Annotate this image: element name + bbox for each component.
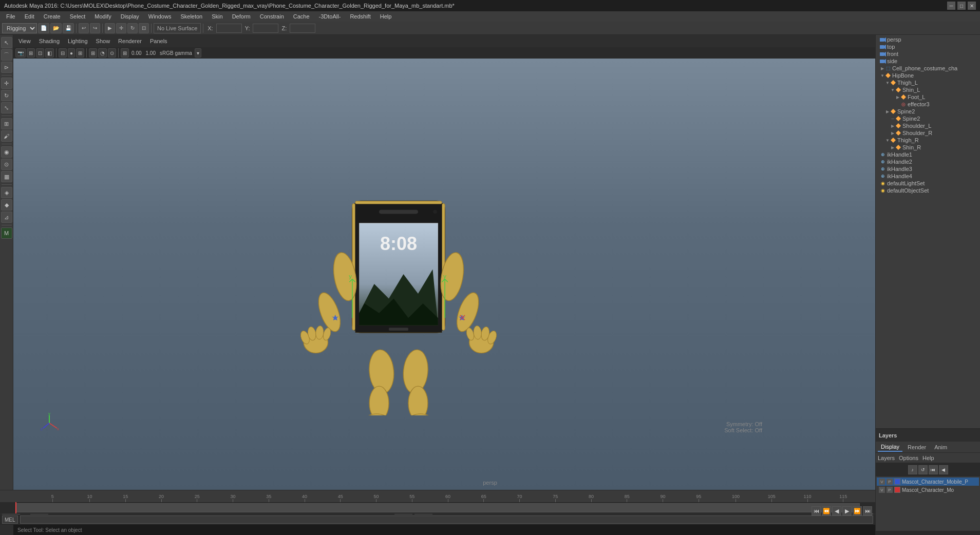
deform-btn[interactable]: ◆ bbox=[1, 199, 12, 211]
tree-item-hipbone[interactable]: ▼ HipBone bbox=[876, 72, 980, 79]
tree-item-spine2-child[interactable]: ─ Spine2 bbox=[876, 115, 980, 122]
tree-item-ikhandle3[interactable]: ⊕ ikHandle3 bbox=[876, 165, 980, 173]
texture-btn[interactable]: ⊞ bbox=[76, 48, 84, 58]
menu-display[interactable]: Display bbox=[117, 12, 143, 21]
layers-tab-anim[interactable]: Anim bbox=[931, 443, 950, 451]
tree-item-thigh-r[interactable]: ▼ Thigh_R bbox=[876, 137, 980, 144]
scale-tool-lt[interactable]: ⤡ bbox=[1, 102, 12, 113]
rpb-audio-btn[interactable]: ♪ bbox=[908, 465, 917, 474]
mode-dropdown[interactable]: Rigging bbox=[2, 23, 37, 33]
obj-mode-btn[interactable]: ⊙ bbox=[1, 159, 12, 170]
layer-p-btn-mascot[interactable]: P bbox=[887, 487, 893, 493]
timeline-bar[interactable] bbox=[0, 502, 875, 513]
viewport-show-menu[interactable]: Show bbox=[93, 37, 114, 45]
tree-item-ikhandle4[interactable]: ⊕ ikHandle4 bbox=[876, 173, 980, 180]
snap-tool[interactable]: ⊞ bbox=[1, 118, 12, 129]
pb-next-frame[interactable]: ⏩ bbox=[853, 506, 862, 515]
menu-skeleton[interactable]: Skeleton bbox=[176, 12, 206, 21]
layer-vis-mascot-p[interactable]: V bbox=[879, 479, 885, 485]
viewport-shading-menu[interactable]: Shading bbox=[36, 37, 63, 45]
viewport-renderer-menu[interactable]: Renderer bbox=[115, 37, 145, 45]
rpb-step-back-btn[interactable]: ◀ bbox=[939, 465, 948, 474]
mesh-btn[interactable]: ▦ bbox=[1, 171, 12, 182]
x-coord-input[interactable] bbox=[216, 24, 242, 33]
paint-tool[interactable]: 🖌 bbox=[1, 130, 12, 142]
tree-item-foot-l[interactable]: ▶ Foot_L bbox=[876, 93, 980, 101]
tree-item-shoulder-l[interactable]: ▶ Shoulder_L bbox=[876, 122, 980, 129]
tree-item-side[interactable]: side bbox=[876, 58, 980, 65]
menu-skin[interactable]: Skin bbox=[208, 12, 227, 21]
menu-3dtoall[interactable]: -3DtoAll- bbox=[315, 12, 345, 21]
shadows-btn[interactable]: ◔ bbox=[98, 48, 107, 58]
menu-edit[interactable]: Edit bbox=[21, 12, 39, 21]
paint-select-button[interactable]: ⊳ bbox=[1, 62, 12, 73]
lasso-button[interactable]: ⌒ bbox=[1, 49, 12, 61]
tree-item-shoulder-r[interactable]: ▶ Shoulder_R bbox=[876, 129, 980, 137]
viewport-view-menu[interactable]: View bbox=[15, 37, 34, 45]
show-hide-btn[interactable]: ◉ bbox=[1, 146, 12, 158]
viewport-content[interactable]: 8:08 bbox=[13, 47, 875, 490]
tree-item-top[interactable]: top bbox=[876, 43, 980, 50]
layers-tab-render[interactable]: Render bbox=[904, 443, 929, 451]
z-coord-input[interactable] bbox=[290, 24, 315, 33]
close-button[interactable]: ✕ bbox=[968, 2, 976, 10]
menu-constrain[interactable]: Constrain bbox=[256, 12, 288, 21]
tree-item-thigh-l[interactable]: ▼ Thigh_L bbox=[876, 79, 980, 86]
minimize-button[interactable]: ─ bbox=[947, 2, 955, 10]
select-tool-button[interactable]: ▶ bbox=[105, 23, 115, 33]
layer-p-btn-mascot-p[interactable]: P bbox=[887, 479, 893, 485]
rpb-loop-btn[interactable]: ↺ bbox=[918, 465, 928, 474]
menu-cache[interactable]: Cache bbox=[289, 12, 314, 21]
snap-grid-btn[interactable]: ⊞ bbox=[121, 48, 129, 58]
tree-item-ikhandle2[interactable]: ⊕ ikHandle2 bbox=[876, 158, 980, 165]
grid-btn[interactable]: ⊞ bbox=[89, 48, 97, 58]
tree-item-effector3[interactable]: ◎ effector3 bbox=[876, 101, 980, 108]
rpb-prev-key-btn[interactable]: ⏮ bbox=[929, 465, 938, 474]
layers-tab-display[interactable]: Display bbox=[878, 443, 902, 452]
menu-help[interactable]: Help bbox=[376, 12, 396, 21]
frame-all-btn[interactable]: ⊞ bbox=[27, 48, 35, 58]
ao-btn[interactable]: ⊙ bbox=[108, 48, 116, 58]
tree-item-spine2-group[interactable]: ▶ Spine2 bbox=[876, 108, 980, 115]
move-tool-button[interactable]: ✛ bbox=[116, 23, 126, 33]
maya-logo-btn[interactable]: M bbox=[1, 227, 12, 239]
mel-input[interactable] bbox=[20, 515, 873, 524]
rig-btn[interactable]: ⊿ bbox=[1, 212, 12, 223]
open-button[interactable]: 📂 bbox=[50, 23, 62, 33]
viewport-panels-menu[interactable]: Panels bbox=[147, 37, 171, 45]
tree-item-cellphone[interactable]: ▶ ⬚ Cell_phone_costume_cha bbox=[876, 65, 980, 72]
redo-button[interactable]: ↪ bbox=[90, 23, 100, 33]
gamma-dropdown[interactable]: ▾ bbox=[195, 48, 201, 58]
iso-btn[interactable]: ◧ bbox=[45, 48, 54, 58]
layer-vis-mascot[interactable]: V bbox=[879, 487, 885, 493]
layer-item-mascot[interactable]: V P Mascot_Character_Mo bbox=[877, 486, 979, 494]
viewport-lighting-menu[interactable]: Lighting bbox=[65, 37, 91, 45]
tree-item-default-objectset[interactable]: ◉ defaultObjectSet bbox=[876, 187, 980, 194]
wire-btn[interactable]: ⊟ bbox=[59, 48, 67, 58]
tree-item-default-lightset[interactable]: ◉ defaultLightSet bbox=[876, 180, 980, 187]
menu-file[interactable]: File bbox=[2, 12, 20, 21]
layers-subtab-options[interactable]: Options bbox=[899, 455, 918, 461]
skin-tool[interactable]: ◈ bbox=[1, 187, 12, 198]
move-tool-lt[interactable]: ✛ bbox=[1, 78, 12, 89]
pb-step-back[interactable]: ⏪ bbox=[822, 506, 831, 515]
new-scene-button[interactable]: 📄 bbox=[38, 23, 49, 33]
pb-go-end[interactable]: ⏭ bbox=[863, 506, 872, 515]
scale-tool-button[interactable]: ⊡ bbox=[139, 23, 149, 33]
menu-create[interactable]: Create bbox=[40, 12, 65, 21]
layers-subtab-help[interactable]: Help bbox=[922, 455, 934, 461]
y-coord-input[interactable] bbox=[253, 24, 278, 33]
rotate-tool-lt[interactable]: ↻ bbox=[1, 90, 12, 101]
tree-item-persp[interactable]: persp bbox=[876, 36, 980, 43]
undo-button[interactable]: ↩ bbox=[79, 23, 89, 33]
pb-prev-frame[interactable]: ◀ bbox=[832, 506, 841, 515]
tree-item-shin-r[interactable]: ▶ Shin_R bbox=[876, 144, 980, 151]
tree-item-front[interactable]: front bbox=[876, 50, 980, 58]
menu-modify[interactable]: Modify bbox=[90, 12, 115, 21]
pb-go-start[interactable]: ⏮ bbox=[812, 506, 821, 515]
save-button[interactable]: 💾 bbox=[63, 23, 74, 33]
rotate-tool-button[interactable]: ↻ bbox=[127, 23, 138, 33]
menu-windows[interactable]: Windows bbox=[144, 12, 176, 21]
pb-play-forward[interactable]: ▶ bbox=[842, 506, 852, 515]
layers-subtab-layers[interactable]: Layers bbox=[878, 455, 895, 461]
